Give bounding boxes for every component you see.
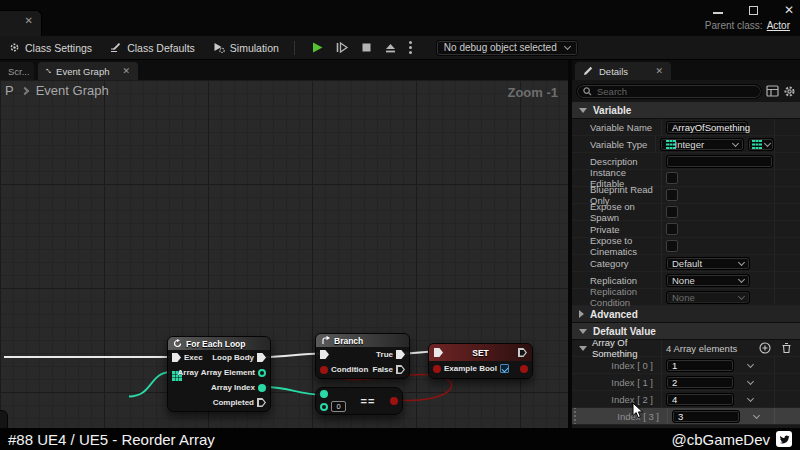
breadcrumb-current: Event Graph [36,83,109,98]
class-settings-label: Class Settings [25,42,92,54]
true-pin[interactable] [396,350,405,359]
tab-details[interactable]: Details ✕ [575,62,671,80]
blueprint-read-only-checkbox[interactable] [666,189,678,201]
search-box[interactable] [576,84,762,99]
title-bar: ✕ ✕ Parent class:Actor [0,0,800,36]
close-tab-icon[interactable]: ✕ [122,66,130,76]
search-input[interactable] [597,86,755,97]
details-tab-bar: Details ✕ [572,60,800,80]
class-settings-button[interactable]: Class Settings [0,36,101,59]
minimize-button[interactable] [713,12,723,14]
element-options-icon[interactable] [753,411,760,418]
set-exec-in-pin[interactable] [434,348,443,357]
bool-value-checkbox[interactable] [500,364,509,373]
settings-gear-icon[interactable] [783,85,796,98]
drag-handle[interactable] [572,408,576,424]
equal-literal-input[interactable]: 0 [331,401,346,412]
set-exec-out-pin[interactable] [518,348,527,357]
false-pin[interactable] [396,365,405,374]
tab-scratch-label: Scr... [8,66,30,77]
graph-tab-bar: Scr... Event Graph ✕ [0,60,568,80]
description-input[interactable] [666,155,773,168]
section-advanced[interactable]: Advanced [572,306,800,323]
category-dropdown[interactable]: Default [666,257,750,270]
array-index-pin[interactable] [258,384,266,392]
event-graph-canvas[interactable]: P Event Graph Zoom -1 Array Of Something… [0,80,568,428]
node-branch[interactable]: Branch True Condition False [315,333,410,379]
expose-on-spawn-checkbox[interactable] [666,206,678,218]
variable-name-input[interactable]: ArrayOfSomething [666,121,748,134]
row-category: Category Default [572,255,800,272]
index-1-input[interactable]: 2 [666,376,734,389]
array-element-pin[interactable] [258,369,266,377]
display-filter-icon[interactable] [766,85,779,97]
parent-class-link[interactable]: Actor [767,20,790,31]
chevron-down-icon [738,292,745,299]
asset-editor-tab[interactable]: ✕ [0,10,42,36]
element-options-icon[interactable] [747,377,754,384]
category-label: Category [572,255,662,271]
array-default-label-cell[interactable]: Array Of Something [572,340,662,356]
maximize-button[interactable] [749,6,758,15]
stop-button[interactable] [361,42,372,53]
tab-scratch[interactable]: Scr... [0,62,34,80]
example-bool-output-pin[interactable] [520,365,528,373]
section-variable[interactable]: Variable [572,102,800,119]
delete-all-elements-icon[interactable] [781,342,792,354]
branch-exec-pin[interactable] [320,350,329,359]
replication-condition-label: Replication Condition [572,289,662,305]
tab-event-graph[interactable]: Event Graph ✕ [38,62,138,80]
breadcrumb: P Event Graph [5,83,109,98]
instance-editable-checkbox[interactable] [666,172,678,184]
simulation-icon [213,42,225,53]
node-equal[interactable]: 0 == [315,387,403,415]
eject-button[interactable] [384,42,397,54]
collapse-icon [579,329,587,334]
node-set-example-bool[interactable]: SET Example Bool [428,343,533,379]
index-0-input[interactable]: 1 [666,359,734,372]
twitter-handle: @cbGameDev [671,431,770,448]
element-options-icon[interactable] [747,394,754,401]
play-button[interactable] [311,41,324,54]
expose-to-cinematics-checkbox[interactable] [666,240,678,252]
replication-condition-value: None [672,292,695,303]
offscreen-node[interactable] [0,410,8,428]
unreal-blueprint-editor: { "titlebar": { "parent_class_label": "P… [0,0,800,450]
tab-details-label: Details [599,66,628,77]
array-container-icon [752,140,755,143]
loop-body-pin[interactable] [257,353,266,362]
details-panel: Details ✕ Variable Variable Name ArrayOf… [572,60,800,428]
breadcrumb-root[interactable]: P [5,83,14,98]
chevron-down-icon [564,43,571,50]
equal-input-a-pin[interactable] [320,390,328,398]
array-input-pin[interactable] [172,371,175,374]
close-window-button[interactable]: ✕ [784,4,794,16]
debug-object-dropdown[interactable]: No debug object selected [436,40,578,56]
chevron-down-icon [732,139,739,146]
exec-pin[interactable] [172,353,181,362]
array-type-icon [666,140,669,143]
index-2-input[interactable]: 4 [666,393,734,406]
equal-result-pin[interactable] [390,397,398,405]
index-3-label: Index [ 3 ] [578,408,668,424]
set-title: SET [472,348,489,358]
add-element-icon[interactable] [759,342,771,354]
element-options-icon[interactable] [747,360,754,367]
close-icon[interactable]: ✕ [25,16,33,26]
equal-input-b-pin[interactable] [320,403,328,411]
class-defaults-label: Class Defaults [127,42,195,54]
replication-dropdown[interactable]: None [666,274,750,287]
node-for-each-loop[interactable]: For Each Loop Exec Loop Body Array Array… [167,336,271,412]
simulation-button[interactable]: Simulation [204,36,288,59]
variable-type-dropdown[interactable]: Integer [660,138,744,151]
playback-options-menu[interactable] [409,41,412,54]
completed-pin[interactable] [257,398,266,407]
condition-pin[interactable] [320,366,328,374]
class-defaults-button[interactable]: Class Defaults [101,36,204,59]
close-details-icon[interactable]: ✕ [655,66,663,76]
private-checkbox[interactable] [666,223,678,235]
example-bool-input-pin[interactable] [433,365,441,373]
index-3-input[interactable]: 3 [672,410,740,423]
frame-skip-button[interactable] [336,41,349,54]
container-type-dropdown[interactable] [748,138,774,151]
